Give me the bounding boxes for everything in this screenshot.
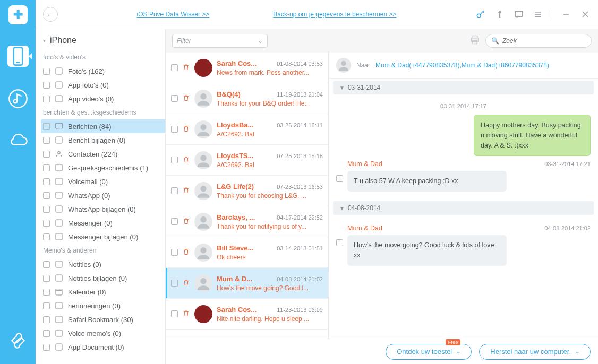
trash-icon[interactable] [182,155,190,165]
checkbox[interactable] [43,151,50,158]
checkbox[interactable] [171,126,178,133]
conversation-time: 03-14-2013 01:51 [277,245,323,252]
minimize-icon[interactable] [561,9,571,20]
trash-icon[interactable] [182,309,190,319]
checkbox[interactable] [43,220,50,227]
nav-music-icon[interactable] [7,88,29,109]
search-input[interactable] [502,37,586,45]
tree-item[interactable]: Messenger bijlagen (0) [41,230,165,244]
trash-icon[interactable] [182,217,190,227]
tree-item-label: Voice memo's (0) [68,330,121,337]
tree-item[interactable]: Safari Bookmark (30) [41,313,165,326]
checkbox[interactable] [43,96,50,102]
tree-item[interactable]: herinneringen (0) [41,299,165,313]
tree-root[interactable]: ▾ iPhone [41,36,165,45]
checkbox[interactable] [171,64,178,71]
checkbox[interactable] [171,310,178,317]
tree-item-label: App video's (0) [68,95,114,103]
checkbox[interactable] [43,164,50,171]
nav-tools-icon[interactable] [7,330,29,351]
nav-device-icon[interactable] [7,46,29,67]
key-icon[interactable] [475,9,486,20]
conversation-item[interactable]: Sarah Cos...11-23-2013 06:09Nite nite da… [166,299,328,330]
checkbox[interactable] [43,344,50,351]
checkbox[interactable] [336,239,343,246]
tree-item[interactable]: Berichten (84) [41,119,165,133]
print-icon[interactable] [469,34,480,48]
tree-item[interactable]: WhatsApp (0) [41,188,165,202]
search-box[interactable]: 🔍 [485,34,592,48]
checkbox[interactable] [171,95,178,102]
tree-item[interactable]: WhatsApp bijlagen (0) [41,202,165,216]
checkbox[interactable] [43,316,50,323]
nav-cloud-icon[interactable] [7,131,29,152]
tree-item[interactable]: Gespreksgeschiedenis (1) [41,161,165,175]
discover-device-button[interactable]: Free Ontdek uw toestel ⌄ [386,344,472,360]
conversation-preview: A/C2692. Bal [217,131,323,138]
tree-item[interactable]: Messenger (0) [41,216,165,230]
tree-item[interactable]: Voice memo's (0) [41,326,165,340]
tree-item[interactable]: App Document (0) [41,340,165,354]
checkbox[interactable] [43,82,50,89]
checkbox[interactable] [336,175,343,182]
tree-item[interactable]: App foto's (0) [41,78,165,92]
conversation-item[interactable]: Sarah Cos...01-08-2014 03:53News from ma… [166,53,328,83]
tree-item[interactable]: Notities bijlagen (0) [41,271,165,285]
conversation-item[interactable]: LloydsBa...03-26-2014 16:11A/C2692. Bal [166,114,328,145]
checkbox[interactable] [43,261,50,268]
feedback-icon[interactable] [514,9,524,20]
tree-item[interactable]: Notities (0) [41,257,165,271]
checkbox[interactable] [171,218,178,225]
checkbox[interactable] [43,137,50,144]
checkbox[interactable] [43,68,50,75]
trash-icon[interactable] [182,248,190,257]
date-divider[interactable]: ▼03-31-2014 [333,81,594,94]
trash-icon[interactable] [182,125,190,134]
trash-icon[interactable] [182,279,190,288]
back-button[interactable]: ← [43,7,58,22]
tree-item[interactable]: Contacten (224) [41,147,165,161]
conversation-item[interactable]: L&G Life(2)07-23-2013 16:53Thank you for… [166,176,328,206]
checkbox[interactable] [43,123,50,130]
checkbox[interactable] [171,157,178,163]
checkbox[interactable] [43,330,50,337]
trash-icon[interactable] [182,186,190,196]
conversation-time: 07-25-2013 15:18 [277,153,323,159]
checkbox[interactable] [43,178,50,185]
date-divider[interactable]: ▼04-08-2014 [333,201,594,215]
trash-icon[interactable] [182,63,190,73]
checkbox[interactable] [43,289,50,296]
conversation-name: Sarah Cos... [217,306,257,314]
conversation-item[interactable]: Mum & D...04-08-2014 21:02How's the move… [166,268,328,299]
conversation-item[interactable]: LloydsTS...07-25-2013 15:18A/C2692. Bal [166,145,328,176]
svg-rect-24 [56,261,62,267]
menu-icon[interactable] [533,9,543,20]
conversation-item[interactable]: Bill Steve...03-14-2013 01:51Ok cheers [166,237,328,268]
checkbox[interactable] [43,275,50,282]
checkbox[interactable] [171,280,178,287]
filter-dropdown[interactable]: Filter ⌄ [172,34,268,48]
conversation-item[interactable]: Barclays, ...04-17-2014 22:52Thank you f… [166,206,328,237]
header-link-backup[interactable]: Back-up om je gegevens te beschermen >> [273,11,396,18]
header-link-privacy[interactable]: iOS Prive Data Wisser >> [137,11,210,18]
trash-icon[interactable] [182,94,190,103]
tree-item[interactable]: Bericht bijlagen (0) [41,133,165,147]
tree-item[interactable]: Voicemail (0) [41,175,165,188]
facebook-icon[interactable]: f [494,8,505,20]
tree-item[interactable]: App video's (0) [41,92,165,106]
checkbox[interactable] [43,206,50,213]
tree-item[interactable]: Foto's (162) [41,64,165,78]
conversation-item[interactable]: B&Q(4)11-19-2013 21:04Thanks for your B&… [166,83,328,114]
tree-item-label: App foto's (0) [68,81,109,89]
checkbox[interactable] [171,249,178,256]
close-icon[interactable] [580,9,591,20]
voice-memo-icon [54,328,64,338]
tree-item[interactable]: Kalender (0) [41,285,165,299]
caret-icon[interactable]: ▾ [43,38,46,44]
checkbox[interactable] [171,187,178,194]
svg-rect-15 [55,124,63,128]
checkbox[interactable] [43,302,50,309]
checkbox[interactable] [43,192,50,199]
checkbox[interactable] [43,233,50,240]
restore-computer-button[interactable]: Herstel naar uw computer. ⌄ [479,344,591,360]
